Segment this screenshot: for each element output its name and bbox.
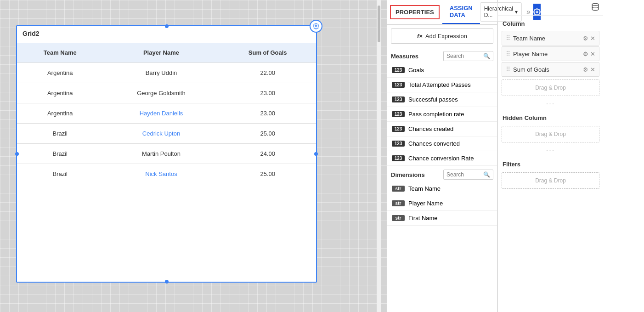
cell-player: Barry Uddin <box>103 63 220 83</box>
measure-item[interactable]: 123Chance conversion Rate <box>387 151 497 166</box>
measures-search-icon: 🔍 <box>483 53 490 59</box>
column-item-actions: ⚙ ✕ <box>583 66 595 73</box>
badge-str: str <box>392 186 405 192</box>
measures-search-input[interactable] <box>446 53 483 59</box>
measure-item[interactable]: 123Chances created <box>387 122 497 136</box>
cell-player: Martin Poulton <box>103 144 220 164</box>
dimension-item-label: Team Name <box>408 185 441 192</box>
gear-icon[interactable]: ⚙ <box>583 51 588 57</box>
database-icon[interactable] <box>591 3 599 12</box>
filters-title: Filters <box>498 156 603 170</box>
column-item: ⠿ Sum of Goals ⚙ ✕ <box>502 62 599 77</box>
badge-123: 123 <box>392 155 405 161</box>
measure-item[interactable]: 123Chances converted <box>387 136 497 151</box>
cell-player: Nick Santos <box>103 164 220 184</box>
cell-goals: 22.00 <box>219 63 316 83</box>
table-row: ArgentinaHayden Daniells23.00 <box>17 103 316 124</box>
cell-team: Brazil <box>17 164 103 184</box>
badge-str: str <box>392 215 405 221</box>
tab-bar: PROPERTIES ASSIGN DATA Hierarchical D...… <box>387 0 497 25</box>
svg-point-0 <box>315 25 317 27</box>
dimension-item[interactable]: strPlayer Name <box>387 196 497 211</box>
filters-drag-drop[interactable]: Drag & Drop <box>502 172 599 189</box>
measure-item[interactable]: 123Successful passes <box>387 92 497 107</box>
dimensions-search-icon: 🔍 <box>483 171 490 178</box>
resize-handle-top[interactable] <box>165 24 169 28</box>
table-row: BrazilNick Santos25.00 <box>17 164 316 184</box>
gear-icon[interactable]: ⚙ <box>583 66 588 73</box>
drag-handle-icon[interactable]: ⠿ <box>506 34 510 42</box>
right-panel: PROPERTIES ASSIGN DATA Hierarchical D...… <box>387 0 644 312</box>
measure-item-label: Pass completion rate <box>408 111 464 118</box>
dimension-item-label: First Name <box>408 215 438 221</box>
badge-123: 123 <box>392 96 405 102</box>
dimensions-list: strTeam NamestrPlayer NamestrFirst Name <box>387 182 497 226</box>
measure-item[interactable]: 123Goals <box>387 63 497 78</box>
cell-player: Hayden Daniells <box>103 103 220 124</box>
cell-goals: 25.00 <box>219 164 316 184</box>
column-item: ⠿ Team Name ⚙ ✕ <box>502 31 599 45</box>
col-header-player: Player Name <box>103 43 220 63</box>
middle-section: PROPERTIES ASSIGN DATA Hierarchical D...… <box>387 0 497 312</box>
dimension-item[interactable]: strTeam Name <box>387 182 497 196</box>
column-item-actions: ⚙ ✕ <box>583 51 595 57</box>
resize-handle-left[interactable] <box>15 152 19 156</box>
column-items-list: ⠿ Team Name ⚙ ✕ ⠿ Player Name ⚙ ✕ ⠿ Sum … <box>498 30 603 78</box>
drag-handle-icon[interactable]: ⠿ <box>506 66 510 73</box>
measure-item[interactable]: 123Pass completion rate <box>387 107 497 122</box>
measure-item-label: Chance conversion Rate <box>408 155 474 162</box>
dimension-item-label: Player Name <box>408 200 443 207</box>
column-item-label: Team Name <box>513 35 580 42</box>
column-item-label: Sum of Goals <box>513 66 580 73</box>
close-icon[interactable]: ✕ <box>590 35 595 42</box>
cell-team: Argentina <box>17 103 103 124</box>
widget-settings-icon[interactable] <box>310 20 322 33</box>
hidden-column-title: Hidden Column <box>498 110 603 124</box>
table-row: BrazilMartin Poulton24.00 <box>17 144 316 164</box>
resize-handle-right[interactable] <box>314 152 318 156</box>
tab-assign-data[interactable]: ASSIGN DATA <box>442 0 480 24</box>
cell-player: Cedrick Upton <box>103 124 220 144</box>
col-header-goals: Sum of Goals <box>219 43 316 63</box>
add-expression-button[interactable]: f× Add Expression <box>391 28 493 44</box>
tab-properties[interactable]: PROPERTIES <box>390 5 440 19</box>
column-item-label: Player Name <box>513 51 580 57</box>
ellipsis-1: ··· <box>498 98 603 110</box>
measure-item-label: Goals <box>408 67 424 74</box>
column-drag-drop[interactable]: Drag & Drop <box>502 79 599 96</box>
ellipsis-2: ··· <box>498 144 603 156</box>
measures-search-box[interactable]: 🔍 <box>443 51 493 61</box>
column-section-title: Column <box>498 16 603 30</box>
resize-handle-bottom[interactable] <box>165 280 169 284</box>
table-row: BrazilCedrick Upton25.00 <box>17 124 316 144</box>
hidden-column-drag-drop[interactable]: Drag & Drop <box>502 126 599 142</box>
data-table: Team Name Player Name Sum of Goals Argen… <box>17 43 316 184</box>
measures-list: 123Goals123Total Attempted Passes123Succ… <box>387 63 497 166</box>
badge-123: 123 <box>392 126 405 132</box>
measure-item-label: Successful passes <box>408 96 458 103</box>
cell-team: Brazil <box>17 124 103 144</box>
close-icon[interactable]: ✕ <box>590 66 595 73</box>
cell-goals: 25.00 <box>219 124 316 144</box>
cell-team: Brazil <box>17 144 103 164</box>
badge-123: 123 <box>392 82 405 88</box>
svg-point-2 <box>592 4 599 6</box>
badge-123: 123 <box>392 141 405 147</box>
drag-handle-icon[interactable]: ⠿ <box>506 50 510 57</box>
cell-player: George Goldsmith <box>103 83 220 103</box>
measure-item-label: Total Attempted Passes <box>408 81 471 88</box>
badge-123: 123 <box>392 67 405 73</box>
measure-item[interactable]: 123Total Attempted Passes <box>387 78 497 92</box>
close-icon[interactable]: ✕ <box>590 51 595 57</box>
dimension-item[interactable]: strFirst Name <box>387 211 497 226</box>
cell-goals: 23.00 <box>219 83 316 103</box>
grid-title: Grid2 <box>17 26 316 41</box>
measures-section-header: Measures 🔍 <box>387 47 497 63</box>
dimensions-search-box[interactable]: 🔍 <box>443 170 493 180</box>
col-header-team: Team Name <box>17 43 103 63</box>
grid-widget: Grid2 Team Name Player Name Sum of Goals… <box>16 25 317 283</box>
fx-icon: f× <box>417 33 423 40</box>
dimensions-search-input[interactable] <box>446 171 483 178</box>
gear-icon[interactable]: ⚙ <box>583 35 588 42</box>
cell-goals: 24.00 <box>219 144 316 164</box>
